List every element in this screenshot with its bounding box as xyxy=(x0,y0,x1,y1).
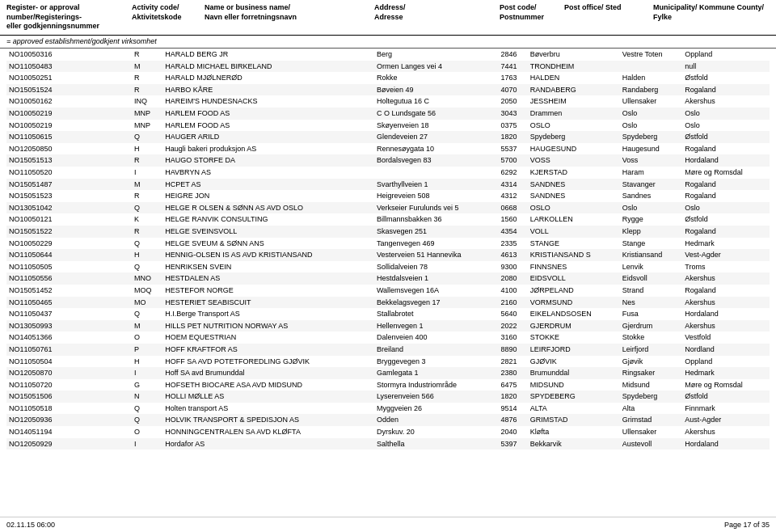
table-cell: Gjøvik xyxy=(620,356,683,368)
table-cell: 2160 xyxy=(499,297,528,309)
table-cell: Stallabrotet xyxy=(374,308,499,320)
table-cell: HILLS PET NUTRITION NORWAY AS xyxy=(162,320,374,332)
table-row: NO10050229QHELGE SVEUM & SØNN ANSTangenv… xyxy=(6,238,770,250)
table-cell: Sollidalveien 78 xyxy=(374,261,499,273)
table-cell: Q xyxy=(132,414,162,426)
table-cell: HOFF KRAFTFOR AS xyxy=(162,344,374,356)
table-cell: NO11050437 xyxy=(6,308,132,320)
table-cell: Rogaland xyxy=(682,179,770,191)
table-cell: Klepp xyxy=(620,226,683,238)
table-cell: O xyxy=(132,331,162,344)
table-cell: Vestfold xyxy=(682,331,770,344)
table-cell: GJØVIK xyxy=(528,356,620,368)
table-row: NO15051506NHOLLI MØLLE ASLyserenveien 56… xyxy=(6,391,770,403)
table-cell: TRONDHEIM xyxy=(528,61,620,73)
table-cell: Fusa xyxy=(620,308,683,320)
table-row: NO11050504HHOFF SA AVD POTETFOREDLING GJ… xyxy=(6,356,770,368)
table-cell: NO14051366 xyxy=(6,331,132,344)
table-row: NO12050929IHordafor ASSalthella5397Bekka… xyxy=(6,438,770,450)
table-cell: Troms xyxy=(682,261,770,273)
table-cell: HARBO KÅRE xyxy=(162,84,374,96)
table-cell: Wallemsvegen 16A xyxy=(374,285,499,297)
table-row: NO10050251RHARALD MJØLNERØDRokke1763HALD… xyxy=(6,72,770,84)
table-cell: Haugesund xyxy=(620,143,683,155)
table-cell: Dyrskuv. 20 xyxy=(374,426,499,438)
table-cell: Lyserenveien 566 xyxy=(374,391,499,403)
table-cell: EIDSVOLL xyxy=(528,272,620,285)
table-cell: 5700 xyxy=(499,154,528,167)
table-cell: 3043 xyxy=(499,108,528,120)
table-cell: Oslo xyxy=(682,202,770,214)
table-cell: Stavanger xyxy=(620,179,683,191)
table-cell: Bordalsvegen 83 xyxy=(374,154,499,167)
table-cell: NO11050644 xyxy=(6,249,132,261)
table-cell: MOQ xyxy=(132,285,162,297)
table-cell: Holtegutua 16 C xyxy=(374,95,499,108)
table-cell: Vestre Toten xyxy=(620,49,683,61)
table-cell: H.I.Berge Transport AS xyxy=(162,308,374,320)
table-cell: 0375 xyxy=(499,120,528,132)
col-header-7: Municipality/ Kommune County/ Fylke xyxy=(653,3,770,32)
table-cell: NO11050761 xyxy=(6,344,132,356)
table-cell: MNP xyxy=(132,108,162,120)
table-cell: LARKOLLEN xyxy=(528,213,620,226)
table-cell: Kløfta xyxy=(528,426,620,438)
table-cell: VORMSUND xyxy=(528,297,620,309)
table-cell: NO12050870 xyxy=(6,367,132,379)
table-cell: HESTERIET SEABISCUIT xyxy=(162,297,374,309)
table-cell: Møre og Romsdal xyxy=(682,167,770,179)
table-cell: Akershus xyxy=(682,272,770,285)
table-cell: 2050 xyxy=(499,95,528,108)
table-cell: Østfold xyxy=(682,72,770,84)
table-cell: Oslo xyxy=(620,108,683,120)
table-cell: M xyxy=(132,320,162,332)
table-row: NO11050615QHAUGER ARILDGlendeveien 27182… xyxy=(6,131,770,143)
table-cell: Billmannsbakken 36 xyxy=(374,213,499,226)
table-cell: G xyxy=(132,379,162,391)
table-cell: NO11050518 xyxy=(6,403,132,415)
table-row: NO11050761PHOFF KRAFTFOR ASBreiland8890L… xyxy=(6,344,770,356)
table-cell: RANDABERG xyxy=(528,84,620,96)
table-cell: Svarthyllveien 1 xyxy=(374,179,499,191)
table-cell: Oslo xyxy=(620,202,683,214)
table-cell: Strand xyxy=(620,285,683,297)
table-cell: 5640 xyxy=(499,308,528,320)
table-row: NO15051452MOQHESTEFOR NORGEWallemsvegen … xyxy=(6,285,770,297)
table-cell: Haugli bakeri produksjon AS xyxy=(162,143,374,155)
table-cell: 3160 xyxy=(499,331,528,344)
table-cell: NO11050505 xyxy=(6,261,132,273)
table-cell: Ormen Langes vei 4 xyxy=(374,61,499,73)
table-cell: Ullensaker xyxy=(620,95,683,108)
table-cell: HAVBRYN AS xyxy=(162,167,374,179)
table-cell: STANGE xyxy=(528,238,620,250)
table-cell: NO11050504 xyxy=(6,356,132,368)
table-cell: Oppland xyxy=(682,356,770,368)
table-cell: Breiland xyxy=(374,344,499,356)
table-cell: Q xyxy=(132,202,162,214)
table-row: NO14051366OHOEM EQUESTRIANDalenveien 400… xyxy=(6,331,770,344)
table-cell: R xyxy=(132,190,162,202)
table-cell: Hordafor AS xyxy=(162,438,374,450)
table-row: NO13051042QHELGE R OLSEN & SØNN AS AVD O… xyxy=(6,202,770,214)
table-cell: Ringsaker xyxy=(620,367,683,379)
table-cell: Skasvegen 251 xyxy=(374,226,499,238)
table-cell: Tangenvegen 469 xyxy=(374,238,499,250)
col-header-5: Post code/Postnummer xyxy=(500,3,564,32)
table-cell: Vest-Agder xyxy=(682,249,770,261)
col-header-1: Register- or approvalnumber/Registerings… xyxy=(6,3,132,32)
table-cell: NO11050483 xyxy=(6,61,132,73)
table-cell: HOFSETH BIOCARE ASA AVD MIDSUND xyxy=(162,379,374,391)
table-cell: 9300 xyxy=(499,261,528,273)
table-cell: Rogaland xyxy=(682,84,770,96)
table-cell: HELGE SVEINSVOLL xyxy=(162,226,374,238)
table-cell: Q xyxy=(132,308,162,320)
table-cell: R xyxy=(132,226,162,238)
table-cell: 6475 xyxy=(499,379,528,391)
table-cell: 4876 xyxy=(499,414,528,426)
table-cell: M xyxy=(132,179,162,191)
table-cell: Rogaland xyxy=(682,285,770,297)
table-cell: 2040 xyxy=(499,426,528,438)
table-cell: SPYDEBERG xyxy=(528,391,620,403)
table-cell: Hedmark xyxy=(682,238,770,250)
table-cell: Brumunddal xyxy=(528,367,620,379)
